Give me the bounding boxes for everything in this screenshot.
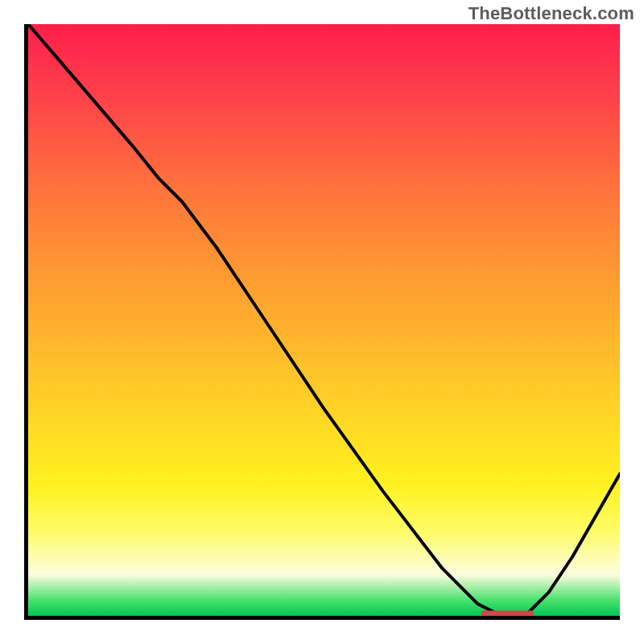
curve-svg — [28, 24, 620, 616]
chart-canvas: TheBottleneck.com — [0, 0, 644, 644]
watermark-text: TheBottleneck.com — [469, 3, 634, 24]
bottleneck-curve — [28, 24, 620, 616]
plot-area — [24, 24, 620, 620]
